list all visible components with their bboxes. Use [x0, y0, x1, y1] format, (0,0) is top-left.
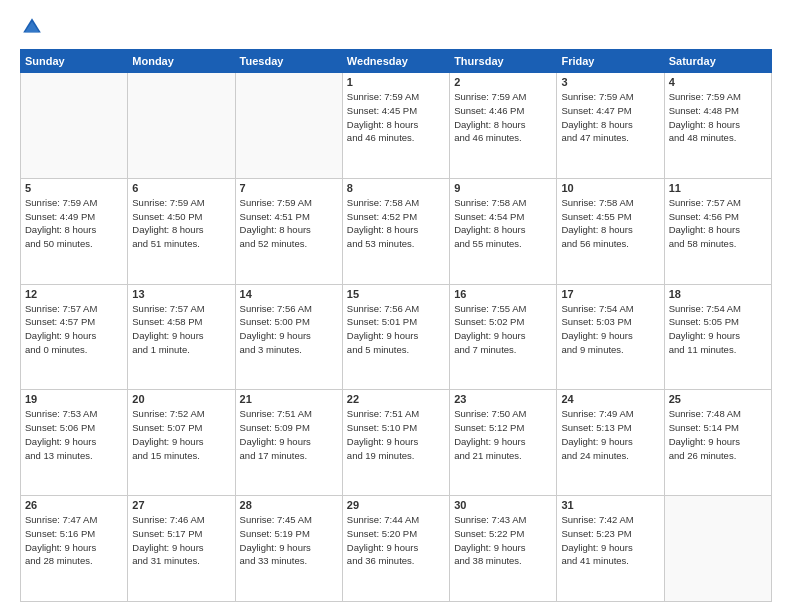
- day-info: Sunrise: 7:57 AM Sunset: 4:56 PM Dayligh…: [669, 196, 767, 251]
- day-info: Sunrise: 7:43 AM Sunset: 5:22 PM Dayligh…: [454, 513, 552, 568]
- day-number: 14: [240, 288, 338, 300]
- weekday-header: Monday: [128, 50, 235, 73]
- day-number: 17: [561, 288, 659, 300]
- day-info: Sunrise: 7:54 AM Sunset: 5:05 PM Dayligh…: [669, 302, 767, 357]
- calendar-cell: 22Sunrise: 7:51 AM Sunset: 5:10 PM Dayli…: [342, 390, 449, 496]
- day-info: Sunrise: 7:58 AM Sunset: 4:55 PM Dayligh…: [561, 196, 659, 251]
- day-info: Sunrise: 7:44 AM Sunset: 5:20 PM Dayligh…: [347, 513, 445, 568]
- day-info: Sunrise: 7:49 AM Sunset: 5:13 PM Dayligh…: [561, 407, 659, 462]
- header: [20, 15, 772, 39]
- day-info: Sunrise: 7:57 AM Sunset: 4:57 PM Dayligh…: [25, 302, 123, 357]
- day-number: 30: [454, 499, 552, 511]
- day-info: Sunrise: 7:47 AM Sunset: 5:16 PM Dayligh…: [25, 513, 123, 568]
- calendar-week-row: 12Sunrise: 7:57 AM Sunset: 4:57 PM Dayli…: [21, 284, 772, 390]
- weekday-header: Tuesday: [235, 50, 342, 73]
- day-number: 22: [347, 393, 445, 405]
- day-number: 31: [561, 499, 659, 511]
- day-info: Sunrise: 7:59 AM Sunset: 4:51 PM Dayligh…: [240, 196, 338, 251]
- calendar-week-row: 19Sunrise: 7:53 AM Sunset: 5:06 PM Dayli…: [21, 390, 772, 496]
- calendar-week-row: 26Sunrise: 7:47 AM Sunset: 5:16 PM Dayli…: [21, 496, 772, 602]
- day-number: 12: [25, 288, 123, 300]
- day-info: Sunrise: 7:45 AM Sunset: 5:19 PM Dayligh…: [240, 513, 338, 568]
- day-number: 24: [561, 393, 659, 405]
- logo-area: [20, 15, 48, 39]
- day-info: Sunrise: 7:57 AM Sunset: 4:58 PM Dayligh…: [132, 302, 230, 357]
- calendar-cell: 6Sunrise: 7:59 AM Sunset: 4:50 PM Daylig…: [128, 178, 235, 284]
- calendar-week-row: 5Sunrise: 7:59 AM Sunset: 4:49 PM Daylig…: [21, 178, 772, 284]
- calendar-cell: 7Sunrise: 7:59 AM Sunset: 4:51 PM Daylig…: [235, 178, 342, 284]
- calendar-cell: 31Sunrise: 7:42 AM Sunset: 5:23 PM Dayli…: [557, 496, 664, 602]
- calendar-cell: 29Sunrise: 7:44 AM Sunset: 5:20 PM Dayli…: [342, 496, 449, 602]
- calendar-cell: 16Sunrise: 7:55 AM Sunset: 5:02 PM Dayli…: [450, 284, 557, 390]
- day-number: 28: [240, 499, 338, 511]
- calendar-table: SundayMondayTuesdayWednesdayThursdayFrid…: [20, 49, 772, 602]
- calendar-week-row: 1Sunrise: 7:59 AM Sunset: 4:45 PM Daylig…: [21, 73, 772, 179]
- calendar-cell: 5Sunrise: 7:59 AM Sunset: 4:49 PM Daylig…: [21, 178, 128, 284]
- calendar-cell: 19Sunrise: 7:53 AM Sunset: 5:06 PM Dayli…: [21, 390, 128, 496]
- day-number: 5: [25, 182, 123, 194]
- day-info: Sunrise: 7:56 AM Sunset: 5:01 PM Dayligh…: [347, 302, 445, 357]
- day-info: Sunrise: 7:58 AM Sunset: 4:54 PM Dayligh…: [454, 196, 552, 251]
- calendar-cell: 18Sunrise: 7:54 AM Sunset: 5:05 PM Dayli…: [664, 284, 771, 390]
- day-info: Sunrise: 7:52 AM Sunset: 5:07 PM Dayligh…: [132, 407, 230, 462]
- day-info: Sunrise: 7:46 AM Sunset: 5:17 PM Dayligh…: [132, 513, 230, 568]
- calendar-cell: 27Sunrise: 7:46 AM Sunset: 5:17 PM Dayli…: [128, 496, 235, 602]
- day-number: 11: [669, 182, 767, 194]
- day-number: 10: [561, 182, 659, 194]
- day-number: 21: [240, 393, 338, 405]
- day-info: Sunrise: 7:42 AM Sunset: 5:23 PM Dayligh…: [561, 513, 659, 568]
- day-number: 27: [132, 499, 230, 511]
- calendar-cell: 4Sunrise: 7:59 AM Sunset: 4:48 PM Daylig…: [664, 73, 771, 179]
- day-number: 15: [347, 288, 445, 300]
- day-number: 8: [347, 182, 445, 194]
- calendar-cell: 9Sunrise: 7:58 AM Sunset: 4:54 PM Daylig…: [450, 178, 557, 284]
- day-number: 19: [25, 393, 123, 405]
- weekday-header: Sunday: [21, 50, 128, 73]
- day-number: 23: [454, 393, 552, 405]
- day-info: Sunrise: 7:53 AM Sunset: 5:06 PM Dayligh…: [25, 407, 123, 462]
- day-info: Sunrise: 7:54 AM Sunset: 5:03 PM Dayligh…: [561, 302, 659, 357]
- calendar-cell: 21Sunrise: 7:51 AM Sunset: 5:09 PM Dayli…: [235, 390, 342, 496]
- calendar-cell: 17Sunrise: 7:54 AM Sunset: 5:03 PM Dayli…: [557, 284, 664, 390]
- day-info: Sunrise: 7:59 AM Sunset: 4:45 PM Dayligh…: [347, 90, 445, 145]
- day-number: 3: [561, 76, 659, 88]
- calendar-cell: 20Sunrise: 7:52 AM Sunset: 5:07 PM Dayli…: [128, 390, 235, 496]
- weekday-header: Saturday: [664, 50, 771, 73]
- calendar-cell: [664, 496, 771, 602]
- day-info: Sunrise: 7:48 AM Sunset: 5:14 PM Dayligh…: [669, 407, 767, 462]
- day-number: 16: [454, 288, 552, 300]
- day-number: 4: [669, 76, 767, 88]
- calendar-cell: [128, 73, 235, 179]
- calendar-cell: 28Sunrise: 7:45 AM Sunset: 5:19 PM Dayli…: [235, 496, 342, 602]
- day-info: Sunrise: 7:50 AM Sunset: 5:12 PM Dayligh…: [454, 407, 552, 462]
- day-number: 26: [25, 499, 123, 511]
- day-info: Sunrise: 7:59 AM Sunset: 4:49 PM Dayligh…: [25, 196, 123, 251]
- calendar-cell: 15Sunrise: 7:56 AM Sunset: 5:01 PM Dayli…: [342, 284, 449, 390]
- day-number: 13: [132, 288, 230, 300]
- calendar-page: SundayMondayTuesdayWednesdayThursdayFrid…: [0, 0, 792, 612]
- calendar-cell: 11Sunrise: 7:57 AM Sunset: 4:56 PM Dayli…: [664, 178, 771, 284]
- day-number: 7: [240, 182, 338, 194]
- day-number: 6: [132, 182, 230, 194]
- calendar-cell: 26Sunrise: 7:47 AM Sunset: 5:16 PM Dayli…: [21, 496, 128, 602]
- day-number: 9: [454, 182, 552, 194]
- calendar-cell: 30Sunrise: 7:43 AM Sunset: 5:22 PM Dayli…: [450, 496, 557, 602]
- calendar-cell: [21, 73, 128, 179]
- calendar-cell: 25Sunrise: 7:48 AM Sunset: 5:14 PM Dayli…: [664, 390, 771, 496]
- logo-icon: [20, 15, 44, 39]
- day-info: Sunrise: 7:59 AM Sunset: 4:47 PM Dayligh…: [561, 90, 659, 145]
- day-info: Sunrise: 7:59 AM Sunset: 4:46 PM Dayligh…: [454, 90, 552, 145]
- calendar-header-row: SundayMondayTuesdayWednesdayThursdayFrid…: [21, 50, 772, 73]
- calendar-cell: 14Sunrise: 7:56 AM Sunset: 5:00 PM Dayli…: [235, 284, 342, 390]
- day-number: 29: [347, 499, 445, 511]
- day-info: Sunrise: 7:51 AM Sunset: 5:10 PM Dayligh…: [347, 407, 445, 462]
- day-info: Sunrise: 7:59 AM Sunset: 4:50 PM Dayligh…: [132, 196, 230, 251]
- day-info: Sunrise: 7:56 AM Sunset: 5:00 PM Dayligh…: [240, 302, 338, 357]
- weekday-header: Wednesday: [342, 50, 449, 73]
- day-number: 20: [132, 393, 230, 405]
- weekday-header: Friday: [557, 50, 664, 73]
- day-info: Sunrise: 7:59 AM Sunset: 4:48 PM Dayligh…: [669, 90, 767, 145]
- calendar-cell: 1Sunrise: 7:59 AM Sunset: 4:45 PM Daylig…: [342, 73, 449, 179]
- day-info: Sunrise: 7:58 AM Sunset: 4:52 PM Dayligh…: [347, 196, 445, 251]
- calendar-cell: 13Sunrise: 7:57 AM Sunset: 4:58 PM Dayli…: [128, 284, 235, 390]
